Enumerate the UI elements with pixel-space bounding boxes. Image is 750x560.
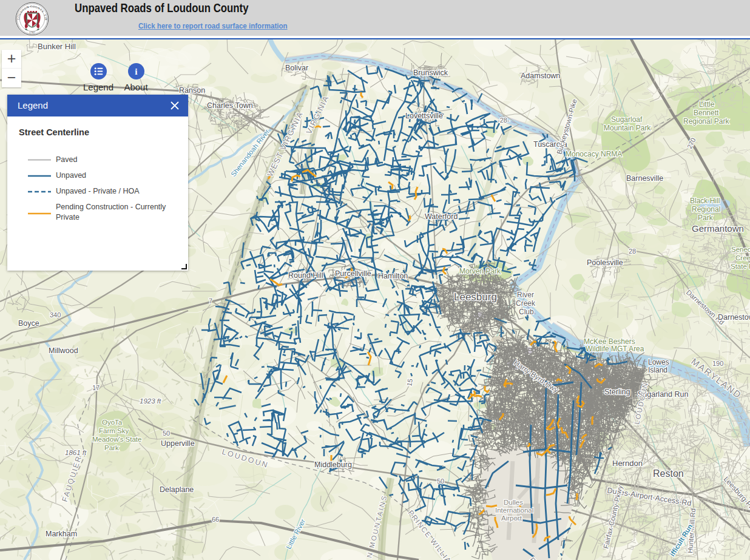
svg-text:Little: Little [699, 100, 715, 109]
svg-text:Markham: Markham [46, 530, 77, 538]
svg-text:-28-: -28- [498, 116, 510, 124]
svg-text:Park: Park [104, 444, 119, 451]
svg-text:Club: Club [519, 308, 534, 316]
svg-text:Airport: Airport [501, 514, 522, 522]
svg-text:Dulles: Dulles [504, 499, 523, 506]
svg-text:International: International [495, 507, 533, 514]
svg-text:Bennett: Bennett [694, 109, 719, 117]
svg-text:Darnestown: Darnestown [718, 313, 750, 322]
svg-text:7: 7 [209, 297, 212, 305]
svg-text:Waterford: Waterford [425, 212, 458, 221]
svg-text:Middleburg: Middleburg [314, 460, 352, 469]
svg-text:Bunker Hill: Bunker Hill [38, 42, 76, 51]
svg-text:Farm Sky: Farm Sky [99, 427, 129, 434]
svg-text:Millwood: Millwood [49, 346, 78, 355]
svg-text:Herndon: Herndon [612, 459, 643, 468]
svg-text:State Pa: State Pa [731, 263, 750, 270]
svg-text:15: 15 [405, 378, 414, 386]
svg-text:66: 66 [212, 516, 219, 523]
svg-text:Barnesville: Barnesville [626, 174, 663, 183]
svg-text:i: i [135, 66, 138, 76]
svg-text:Meadow's State: Meadow's State [92, 436, 141, 443]
svg-text:Creek: Creek [735, 254, 750, 261]
svg-text:1923 ft: 1923 ft [140, 397, 161, 405]
svg-text:Germantown: Germantown [692, 223, 744, 234]
svg-text:190: 190 [712, 360, 723, 367]
svg-text:Regional Park: Regional Park [683, 117, 729, 126]
svg-text:Adamstown: Adamstown [521, 72, 560, 80]
svg-text:Poolesville: Poolesville [587, 258, 623, 267]
svg-text:Upperville: Upperville [161, 439, 195, 448]
svg-text:Boyce: Boyce [18, 319, 39, 328]
svg-text:Delaplane: Delaplane [160, 485, 194, 494]
svg-text:Mountain Park: Mountain Park [604, 124, 651, 132]
svg-text:50: 50 [437, 477, 444, 485]
svg-text:Morven Park: Morven Park [459, 267, 501, 275]
svg-text:Reston: Reston [653, 468, 684, 479]
svg-text:Seneca: Seneca [731, 246, 750, 253]
svg-text:Sterling: Sterling [604, 388, 630, 396]
svg-text:Creek: Creek [516, 299, 536, 308]
svg-text:1787: 1787 [29, 31, 36, 34]
svg-text:Island: Island [648, 366, 667, 374]
svg-text:340: 340 [50, 311, 61, 319]
svg-text:Ranson: Ranson [179, 86, 205, 95]
svg-text:28: 28 [629, 248, 636, 255]
svg-text:50: 50 [163, 430, 170, 437]
svg-text:Lowes: Lowes [648, 358, 669, 366]
svg-text:Sugarloaf: Sugarloaf [611, 115, 643, 124]
svg-text:Round Hill: Round Hill [288, 271, 323, 280]
svg-text:Monocacy NRMA: Monocacy NRMA [566, 150, 622, 158]
svg-text:Hamilton: Hamilton [378, 272, 408, 280]
svg-text:17: 17 [92, 384, 100, 391]
svg-text:OyoTa: OyoTa [102, 419, 123, 426]
svg-text:Leesburg: Leesburg [454, 291, 497, 303]
svg-text:Black Hill: Black Hill [690, 197, 720, 205]
svg-text:Bolivar: Bolivar [285, 64, 308, 72]
svg-text:Wildlife MGT Area: Wildlife MGT Area [586, 345, 644, 353]
svg-text:Charles Town: Charles Town [207, 101, 253, 110]
svg-text:Regional: Regional [692, 205, 720, 214]
svg-text:Lovettsville: Lovettsville [405, 112, 443, 120]
svg-text:Purcellville: Purcellville [335, 269, 371, 278]
svg-text:Park: Park [698, 214, 714, 222]
svg-text:River: River [517, 291, 534, 299]
svg-text:Brunswick: Brunswick [413, 69, 448, 77]
